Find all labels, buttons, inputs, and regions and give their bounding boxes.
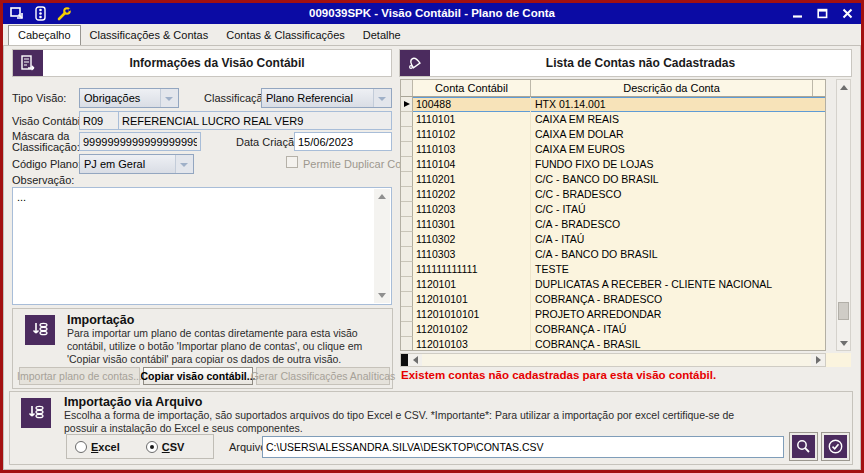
row-indicator	[401, 292, 413, 307]
data-criacao-field[interactable]	[294, 132, 392, 151]
visao-code-field[interactable]	[79, 111, 119, 130]
table-row[interactable]: 1110104FUNDO FIXO DE LOJAS	[401, 157, 825, 172]
table-row[interactable]: 112010102COBRANÇA - ITAÚ	[401, 322, 825, 337]
row-indicator	[401, 232, 413, 247]
scroll-right-icon[interactable]	[811, 354, 825, 366]
radio-label: CSV	[162, 441, 185, 453]
button-importar-plano-de-contas: Importar plano de contas...	[19, 367, 140, 385]
table-row[interactable]: 112010101COBRANÇA - BRADESCO	[401, 292, 825, 307]
radio-group: ExcelCSV	[66, 434, 214, 459]
confirm-button[interactable]	[821, 432, 850, 461]
column-header-conta[interactable]: Conta Contábil	[413, 80, 531, 96]
cell-conta-contabil: 1110202	[413, 187, 531, 202]
scrollbar-track[interactable]	[422, 354, 811, 366]
importacao-group: Importação Para importar um plano de con…	[12, 308, 393, 389]
radio-label: Excel	[91, 441, 120, 453]
row-indicator	[401, 157, 413, 172]
table-row[interactable]: 1110201C/C - BANCO DO BRASIL	[401, 172, 825, 187]
radio-circle	[146, 441, 158, 453]
scrollbar-gripper[interactable]	[401, 354, 408, 366]
row-indicator	[401, 127, 413, 142]
titlebar: 009039SPK - Visão Contábil - Plano de Co…	[3, 3, 861, 24]
column-header-descricao[interactable]: Descrição da Conta	[531, 80, 813, 96]
permite-duplicar-checkbox	[286, 156, 298, 168]
scroll-up-icon[interactable]	[378, 194, 386, 199]
info-panel-header: Informações da Visão Contábil	[12, 49, 392, 77]
cell-conta-contabil: 100488	[413, 97, 531, 112]
visao-name-field[interactable]	[118, 111, 392, 130]
cell-filler	[813, 202, 825, 217]
cell-descricao-conta: CAIXA EM EUROS	[531, 142, 813, 157]
table-row[interactable]: 100488HTX 01.14.001	[401, 97, 825, 112]
table-row[interactable]: 1110101CAIXA EM REAIS	[401, 112, 825, 127]
tab-detalhe[interactable]: Detalhe	[354, 26, 410, 45]
observacao-textarea[interactable]: ...	[12, 187, 392, 305]
row-indicator	[401, 202, 413, 217]
cell-filler	[813, 217, 825, 232]
radio-excel[interactable]: Excel	[75, 441, 120, 453]
scroll-left-icon[interactable]	[408, 354, 422, 366]
tab-cabe-alho[interactable]: Cabeçalho	[8, 25, 81, 46]
row-indicator	[401, 97, 413, 112]
tipo-visao-label: Tipo Visão:	[12, 92, 66, 104]
radio-csv[interactable]: CSV	[146, 441, 185, 453]
import-database-icon	[25, 315, 55, 345]
cell-descricao-conta: CAIXA EM DOLAR	[531, 127, 813, 142]
tab-classifica-es-contas[interactable]: Classificações & Contas	[81, 26, 218, 45]
scroll-down-icon[interactable]	[837, 336, 850, 350]
search-button[interactable]	[789, 432, 818, 461]
cell-filler	[813, 277, 825, 292]
arquivo-label: Arquivo	[229, 441, 266, 453]
scroll-up-icon[interactable]	[837, 80, 850, 94]
importacao-title: Importação	[67, 313, 134, 327]
row-indicator	[401, 142, 413, 157]
cell-conta-contabil: 1120101	[413, 277, 531, 292]
table-row[interactable]: 11201010101PROJETO ARREDONDAR	[401, 307, 825, 322]
minimize-button[interactable]	[791, 8, 803, 20]
scrollbar-corner	[826, 353, 851, 367]
arquivo-field[interactable]	[262, 436, 784, 458]
grid-horizontal-scrollbar[interactable]	[400, 353, 826, 367]
table-row[interactable]: 1110103CAIXA EM EUROS	[401, 142, 825, 157]
scrollbar-thumb[interactable]	[838, 302, 849, 320]
grid-header: Conta Contábil Descrição da Conta	[401, 80, 825, 97]
button-copiar-vis-o-cont-bil[interactable]: Copiar visão contábil...	[143, 367, 253, 385]
grid-vertical-scrollbar[interactable]	[836, 79, 851, 351]
table-row[interactable]: 1120101DUPLICATAS A RECEBER - CLIENTE NA…	[401, 277, 825, 292]
cell-descricao-conta: COBRANÇA - ITAÚ	[531, 322, 813, 337]
cell-descricao-conta: C/C - BANCO DO BRASIL	[531, 172, 813, 187]
cell-conta-contabil: 1110101	[413, 112, 531, 127]
cell-conta-contabil: 111111111111	[413, 262, 531, 277]
table-row[interactable]: 1110102CAIXA EM DOLAR	[401, 127, 825, 142]
cell-filler	[813, 172, 825, 187]
table-row[interactable]: 1110303C/A - BANCO DO BRASIL	[401, 247, 825, 262]
table-row[interactable]: 1110301C/A - BRADESCO	[401, 217, 825, 232]
cell-conta-contabil: 112010103	[413, 337, 531, 351]
table-row[interactable]: 111111111111TESTE	[401, 262, 825, 277]
cell-filler	[813, 112, 825, 127]
importacao-arquivo-title: Importação via Arquivo	[64, 395, 202, 409]
content-area: Informações da Visão Contábil Tipo Visão…	[3, 45, 861, 470]
classificacao-dropdown[interactable]: Plano Referencial	[261, 88, 392, 108]
observacao-scrollbar[interactable]	[374, 189, 390, 303]
close-icon[interactable]	[841, 8, 853, 20]
import-file-database-icon	[21, 398, 51, 428]
tab-contas-classifica-es[interactable]: Contas & Classificações	[217, 26, 354, 45]
tipo-visao-dropdown[interactable]: Obrigações	[79, 88, 179, 108]
table-row[interactable]: 112010103COBRANÇA - BRASIL	[401, 337, 825, 351]
mascara-field[interactable]	[79, 132, 201, 151]
radio-circle	[75, 441, 87, 453]
cell-filler	[813, 142, 825, 157]
codigo-plano-dropdown[interactable]: PJ em Geral	[79, 154, 194, 174]
cell-descricao-conta: C/C - BRADESCO	[531, 187, 813, 202]
cell-filler	[813, 232, 825, 247]
maximize-button[interactable]	[816, 8, 828, 20]
cell-conta-contabil: 1110203	[413, 202, 531, 217]
cell-filler	[813, 97, 825, 112]
cell-conta-contabil: 1110301	[413, 217, 531, 232]
table-row[interactable]: 1110202C/C - BRADESCO	[401, 187, 825, 202]
scroll-down-icon[interactable]	[378, 293, 386, 298]
row-indicator	[401, 112, 413, 127]
table-row[interactable]: 1110302C/A - ITAÚ	[401, 232, 825, 247]
table-row[interactable]: 1110203C/C - ITAÚ	[401, 202, 825, 217]
